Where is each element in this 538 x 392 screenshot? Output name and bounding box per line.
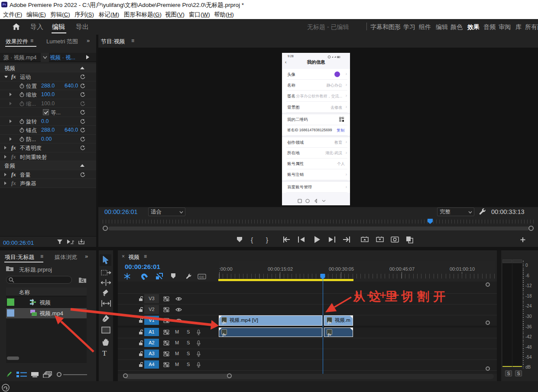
svg-text:}: } — [266, 236, 268, 243]
svg-text:CC: CC — [199, 275, 204, 279]
svg-text:{: { — [251, 236, 253, 243]
